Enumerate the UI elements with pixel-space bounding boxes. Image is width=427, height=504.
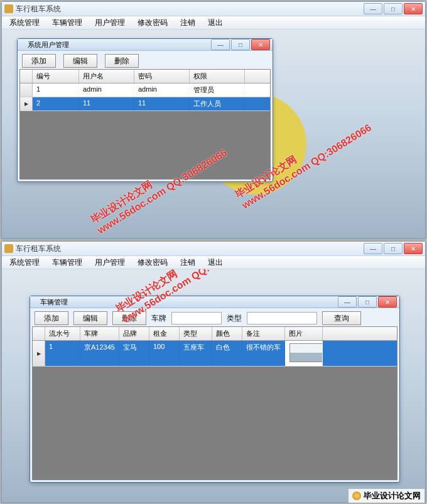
menu-bar: 系统管理 车辆管理 用户管理 修改密码 注销 退出: [2, 16, 425, 29]
titlebar[interactable]: 车行租车系统 — □ ✕: [2, 2, 425, 16]
inner-close-button[interactable]: ✕: [378, 296, 397, 308]
form-icon: [33, 298, 40, 306]
menu-password[interactable]: 修改密码: [132, 16, 173, 29]
col-plate[interactable]: 车牌: [80, 327, 119, 340]
app-title: 车行租车系统: [16, 244, 364, 254]
col-rent[interactable]: 租金: [149, 327, 180, 340]
inner-titlebar[interactable]: 系统用户管理 — □ ✕: [18, 39, 273, 51]
query-button[interactable]: 查询: [322, 311, 361, 325]
menu-vehicle[interactable]: 车辆管理: [47, 16, 87, 29]
col-id[interactable]: 编号: [33, 70, 79, 83]
type-input[interactable]: [247, 312, 317, 324]
col-brand[interactable]: 品牌: [119, 327, 149, 340]
maximize-button[interactable]: □: [384, 243, 403, 254]
inner-minimize-button[interactable]: —: [211, 39, 230, 50]
inner-close-button[interactable]: ✕: [251, 39, 270, 50]
add-button[interactable]: 添加: [35, 311, 68, 325]
menu-exit[interactable]: 退出: [203, 16, 228, 29]
edit-button[interactable]: 编辑: [73, 311, 107, 325]
col-type[interactable]: 类型: [180, 327, 212, 340]
user-grid[interactable]: 编号 用户名 密码 权限 1 admin admin 管理员: [19, 69, 271, 180]
toolbar: 添加 编辑 删除: [19, 53, 271, 69]
menu-password[interactable]: 修改密码: [132, 256, 173, 269]
app-icon: [4, 244, 13, 253]
menu-user[interactable]: 用户管理: [90, 16, 130, 29]
toolbar: 添加 编辑 删除 车牌 类型 查询: [32, 310, 397, 326]
col-password[interactable]: 密码: [134, 70, 190, 83]
inner-maximize-button[interactable]: □: [358, 296, 377, 308]
vehicle-grid[interactable]: 流水号 车牌 品牌 租金 类型 颜色 备注 图片 1 京A1234: [32, 326, 397, 480]
type-label: 类型: [227, 313, 242, 324]
close-button[interactable]: ✕: [404, 243, 423, 254]
delete-button[interactable]: 删除: [105, 54, 139, 68]
col-remark[interactable]: 备注: [242, 327, 285, 340]
menu-vehicle[interactable]: 车辆管理: [47, 256, 87, 269]
maximize-button[interactable]: □: [384, 3, 403, 14]
add-button[interactable]: 添加: [22, 54, 56, 68]
titlebar[interactable]: 车行租车系统 — □ ✕: [2, 242, 425, 256]
inner-minimize-button[interactable]: —: [338, 296, 357, 308]
inner-maximize-button[interactable]: □: [231, 39, 250, 50]
close-button[interactable]: ✕: [404, 3, 423, 14]
col-role[interactable]: 权限: [190, 70, 245, 83]
edit-button[interactable]: 编辑: [63, 54, 97, 68]
menu-user[interactable]: 用户管理: [90, 256, 130, 269]
user-management-window: 系统用户管理 — □ ✕ 添加 编辑 删除: [17, 38, 273, 182]
col-image[interactable]: 图片: [285, 327, 323, 340]
table-row[interactable]: 1 admin admin 管理员: [20, 83, 270, 97]
minimize-button[interactable]: —: [364, 243, 382, 254]
col-serial[interactable]: 流水号: [45, 327, 80, 340]
vehicle-management-window: 车辆管理 — □ ✕ 添加 编辑 删除 车牌 类型: [30, 296, 400, 483]
vehicle-image-cell: [285, 341, 323, 366]
mdi-client-area: 车辆管理 — □ ✕ 添加 编辑 删除 车牌 类型: [2, 269, 425, 502]
menu-system[interactable]: 系统管理: [4, 256, 45, 269]
screenshot-vehicle-management: 车行租车系统 — □ ✕ 系统管理 车辆管理 用户管理 修改密码 注销 退出 车…: [0, 240, 427, 504]
mdi-client-area: 系统用户管理 — □ ✕ 添加 编辑 删除: [2, 29, 425, 238]
main-window: 车行租车系统 — □ ✕ 系统管理 车辆管理 用户管理 修改密码 注销 退出 系…: [1, 1, 426, 239]
delete-button[interactable]: 删除: [112, 311, 146, 325]
inner-titlebar[interactable]: 车辆管理 — □ ✕: [30, 296, 399, 308]
minimize-button[interactable]: —: [364, 3, 382, 14]
app-title: 车行租车系统: [16, 4, 364, 14]
inner-title: 系统用户管理: [28, 40, 211, 50]
app-icon: [4, 4, 13, 13]
menu-system[interactable]: 系统管理: [4, 16, 45, 29]
form-icon: [20, 41, 28, 48]
menu-logout[interactable]: 注销: [175, 16, 200, 29]
main-window: 车行租车系统 — □ ✕ 系统管理 车辆管理 用户管理 修改密码 注销 退出 车…: [1, 241, 426, 503]
menu-logout[interactable]: 注销: [175, 256, 200, 269]
car-thumbnail-icon: [289, 343, 323, 362]
logo-icon: [352, 491, 361, 500]
screenshot-user-management: 车行租车系统 — □ ✕ 系统管理 车辆管理 用户管理 修改密码 注销 退出 系…: [0, 0, 427, 240]
inner-title: 车辆管理: [40, 298, 338, 307]
col-username[interactable]: 用户名: [79, 70, 134, 83]
menu-bar: 系统管理 车辆管理 用户管理 修改密码 注销 退出: [2, 256, 425, 269]
plate-label: 车牌: [151, 313, 166, 324]
footer-watermark: 毕业设计论文网: [349, 489, 424, 503]
col-color[interactable]: 颜色: [212, 327, 242, 340]
plate-input[interactable]: [171, 312, 222, 324]
table-row[interactable]: 1 京A12345 宝马 100 五座车 白色 很不错的车: [33, 341, 397, 367]
menu-exit[interactable]: 退出: [203, 256, 228, 269]
table-row[interactable]: 2 11 11 工作人员: [20, 97, 270, 111]
